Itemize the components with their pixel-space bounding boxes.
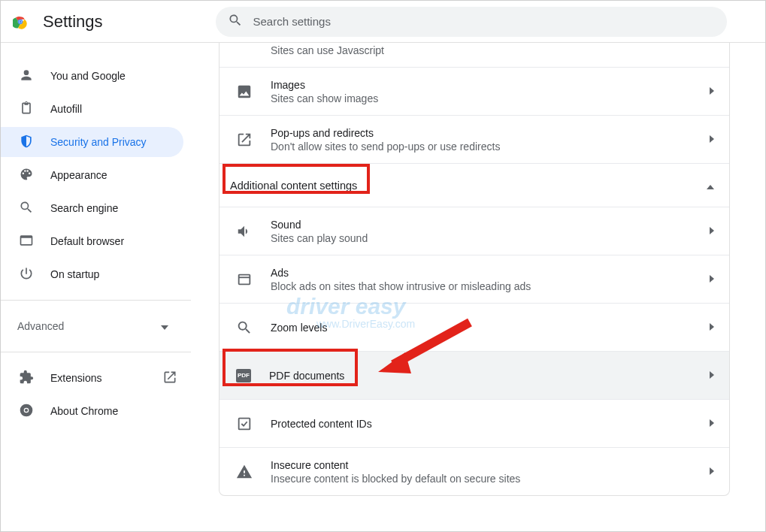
svg-rect-9 bbox=[239, 418, 250, 429]
svg-point-3 bbox=[19, 20, 21, 23]
checkbox-icon bbox=[236, 416, 253, 432]
row-subtitle: Sites can play sound bbox=[271, 232, 692, 244]
launch-icon bbox=[236, 131, 253, 148]
main-content: Sites can use Javascript Images Sites ca… bbox=[192, 43, 765, 531]
sidebar-label: Extensions bbox=[50, 372, 101, 384]
content-row-protected[interactable]: Protected content IDs bbox=[220, 399, 729, 447]
sidebar-item-extensions[interactable]: Extensions bbox=[1, 363, 183, 393]
search-container[interactable] bbox=[216, 7, 727, 37]
sidebar-item-about-chrome[interactable]: About Chrome bbox=[1, 396, 183, 426]
row-subtitle: Sites can show images bbox=[271, 92, 692, 104]
content-row-javascript[interactable]: Sites can use Javascript bbox=[220, 43, 729, 67]
sidebar-label: About Chrome bbox=[50, 405, 118, 417]
section-header-label: Additional content settings bbox=[230, 180, 357, 192]
row-title: Sound bbox=[271, 219, 692, 231]
pdf-icon: PDF bbox=[236, 369, 251, 382]
zoom-icon bbox=[236, 319, 253, 336]
sidebar: You and Google Autofill Security and Pri… bbox=[1, 43, 192, 531]
browser-icon bbox=[19, 233, 34, 250]
chevron-right-icon bbox=[710, 135, 714, 145]
row-title: PDF documents bbox=[269, 370, 692, 382]
advanced-label: Advanced bbox=[17, 320, 64, 332]
sidebar-label: Autofill bbox=[50, 103, 82, 115]
palette-icon bbox=[19, 167, 34, 184]
content-row-zoom[interactable]: Zoom levels bbox=[220, 303, 729, 351]
row-title: Insecure content bbox=[271, 459, 692, 471]
sidebar-item-search-engine[interactable]: Search engine bbox=[1, 193, 183, 223]
chrome-logo-icon bbox=[13, 14, 28, 29]
page-title: Settings bbox=[43, 12, 103, 32]
chevron-down-icon bbox=[161, 320, 168, 332]
row-title: Pop-ups and redirects bbox=[271, 127, 692, 139]
search-icon bbox=[228, 13, 243, 31]
chevron-right-icon bbox=[710, 226, 714, 237]
row-title: Zoom levels bbox=[271, 322, 692, 334]
row-title: Ads bbox=[271, 267, 692, 279]
row-title: Images bbox=[271, 79, 692, 91]
header: Settings bbox=[1, 1, 765, 43]
clipboard-icon bbox=[19, 101, 34, 118]
person-icon bbox=[19, 68, 34, 85]
chevron-right-icon bbox=[710, 322, 714, 333]
chevron-right-icon bbox=[710, 370, 714, 381]
extension-icon bbox=[19, 370, 34, 387]
row-subtitle: Insecure content is blocked by default o… bbox=[271, 473, 692, 485]
divider bbox=[1, 352, 191, 352]
chevron-right-icon bbox=[710, 274, 714, 285]
content-row-ads[interactable]: Ads Block ads on sites that show intrusi… bbox=[220, 255, 729, 303]
content-row-images[interactable]: Images Sites can show images bbox=[220, 67, 729, 115]
sidebar-label: Security and Privacy bbox=[50, 136, 147, 148]
chevron-up-icon bbox=[707, 180, 714, 192]
row-subtitle: Block ads on sites that show intrusive o… bbox=[271, 280, 692, 292]
sidebar-label: You and Google bbox=[50, 70, 126, 82]
chevron-right-icon bbox=[710, 86, 714, 97]
row-title: Protected content IDs bbox=[271, 418, 692, 430]
search-icon bbox=[19, 200, 34, 217]
row-subtitle: Sites can use Javascript bbox=[271, 44, 714, 56]
sidebar-item-appearance[interactable]: Appearance bbox=[1, 160, 183, 190]
svg-rect-7 bbox=[239, 274, 250, 284]
sidebar-item-autofill[interactable]: Autofill bbox=[1, 94, 183, 124]
content-row-popups[interactable]: Pop-ups and redirects Don't allow sites … bbox=[220, 115, 729, 163]
divider bbox=[1, 300, 191, 301]
sidebar-advanced[interactable]: Advanced bbox=[1, 311, 191, 341]
section-header-additional[interactable]: Additional content settings bbox=[220, 163, 729, 207]
sidebar-label: On startup bbox=[50, 268, 99, 280]
sidebar-item-security-privacy[interactable]: Security and Privacy bbox=[1, 127, 183, 157]
sidebar-item-on-startup[interactable]: On startup bbox=[1, 259, 183, 289]
sidebar-label: Default browser bbox=[50, 235, 124, 247]
image-icon bbox=[236, 83, 253, 100]
chevron-right-icon bbox=[710, 419, 714, 429]
search-input[interactable] bbox=[253, 15, 715, 28]
volume-icon bbox=[236, 223, 253, 240]
launch-icon bbox=[162, 370, 177, 387]
chevron-right-icon bbox=[710, 467, 714, 477]
content-row-sound[interactable]: Sound Sites can play sound bbox=[220, 207, 729, 255]
sidebar-item-default-browser[interactable]: Default browser bbox=[1, 226, 183, 256]
chrome-icon bbox=[19, 403, 34, 420]
warning-icon bbox=[236, 464, 253, 480]
window-icon bbox=[236, 271, 253, 288]
sidebar-label: Search engine bbox=[50, 202, 118, 214]
row-subtitle: Don't allow sites to send pop-ups or use… bbox=[271, 141, 692, 153]
content-panel: Sites can use Javascript Images Sites ca… bbox=[219, 43, 730, 496]
shield-icon bbox=[19, 134, 34, 151]
content-row-pdf[interactable]: PDF PDF documents bbox=[220, 351, 729, 399]
svg-point-6 bbox=[25, 408, 28, 411]
sidebar-item-you-and-google[interactable]: You and Google bbox=[1, 61, 183, 91]
content-row-insecure[interactable]: Insecure content Insecure content is blo… bbox=[220, 447, 729, 495]
sidebar-label: Appearance bbox=[50, 169, 107, 181]
power-icon bbox=[19, 266, 34, 283]
